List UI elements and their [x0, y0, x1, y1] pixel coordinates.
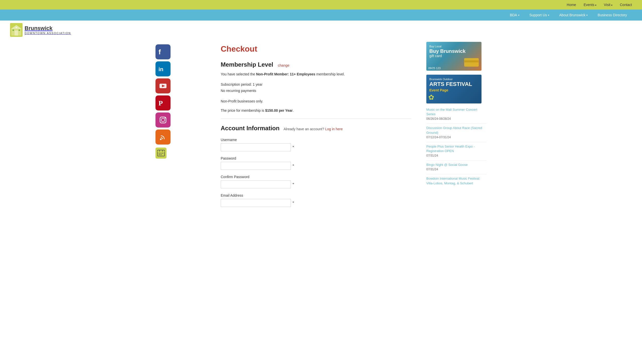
- confirm-password-input[interactable]: [221, 180, 291, 188]
- svg-rect-5: [19, 30, 20, 31]
- logo-link[interactable]: Brunswick DOWNTOWN ASSOCIATION: [10, 23, 71, 37]
- events-list: Music on the Mall Summer Concert Series …: [426, 107, 487, 186]
- buy-local-footer: 09/25 123: [428, 67, 441, 70]
- svg-point-6: [16, 27, 17, 28]
- username-input[interactable]: [221, 143, 291, 151]
- email-group: Email Address *: [221, 193, 411, 207]
- event-title-link-4[interactable]: Bingo Night @ Social Goose: [426, 163, 487, 167]
- event-title-link-3[interactable]: People Plus Senior Health Expo - Registr…: [426, 144, 487, 153]
- right-sidebar-inner: Buy Local Buy Brunswick gift card 09/25 …: [426, 39, 487, 186]
- main-content: Checkout Membership Level change You hav…: [221, 39, 416, 212]
- event-divider-1: [426, 124, 487, 124]
- event-title-link-2[interactable]: Discussion Group About Race (Sacred Grou…: [426, 126, 487, 135]
- svg-rect-22: [162, 153, 163, 154]
- social-sidebar: f in P: [155, 39, 211, 212]
- event-divider-3: [426, 160, 487, 161]
- svg-rect-17: [157, 151, 165, 152]
- logo-text: Brunswick DOWNTOWN ASSOCIATION: [25, 25, 71, 34]
- pinterest-icon[interactable]: P: [155, 95, 171, 110]
- password-input-row: *: [221, 162, 411, 170]
- event-date-4: 07/31/24: [426, 168, 487, 171]
- username-required: *: [292, 145, 294, 149]
- password-input[interactable]: [221, 162, 291, 170]
- svg-rect-21: [160, 153, 162, 154]
- facebook-icon[interactable]: f: [155, 44, 171, 59]
- membership-description: You have selected the Non-Profit Member:…: [221, 71, 411, 77]
- event-date-1: 06/26/24-08/28/24: [426, 117, 487, 120]
- calendar-icon[interactable]: [155, 148, 167, 159]
- event-item-3: People Plus Senior Health Expo - Registr…: [426, 144, 487, 157]
- email-input[interactable]: [221, 199, 291, 207]
- section-divider: [221, 118, 411, 119]
- membership-section: Membership Level change You have selecte…: [221, 61, 411, 112]
- confirm-password-required: *: [292, 182, 294, 186]
- secondary-navigation: BDA ▾ Support Us ▾ About Brunswick ▾ Bus…: [0, 10, 642, 21]
- arts-festival-title: ARTS FESTIVAL: [429, 81, 478, 87]
- svg-rect-4: [13, 30, 14, 31]
- event-item-5: Bowdoin International Music Festival: Vi…: [426, 176, 487, 185]
- account-login-text: Already have an account? Log in here: [284, 127, 343, 131]
- account-heading: Account Information: [221, 125, 280, 132]
- support-arrow-icon: ▾: [548, 14, 549, 17]
- event-title-link-5[interactable]: Bowdoin International Music Festival: Vi…: [426, 176, 487, 185]
- arts-event-page: Event Page: [429, 88, 478, 92]
- buy-brunswick-title: Buy Brunswick: [429, 48, 478, 54]
- arts-flower-icon: ✿: [428, 93, 434, 101]
- svg-point-15: [160, 139, 162, 140]
- event-divider-4: [426, 174, 487, 174]
- linkedin-icon[interactable]: in: [155, 61, 171, 76]
- event-item-2: Discussion Group About Race (Sacred Grou…: [426, 126, 487, 139]
- nav-events[interactable]: Events: [584, 3, 596, 7]
- arts-festival-banner[interactable]: Brunswick Outdoor ARTS FESTIVAL Event Pa…: [426, 75, 482, 103]
- top-navigation: Home Events Visit Contact: [0, 0, 642, 10]
- page-title: Checkout: [221, 44, 411, 54]
- change-membership-link[interactable]: change: [278, 63, 289, 67]
- svg-text:f: f: [158, 48, 161, 56]
- svg-point-13: [161, 118, 165, 122]
- gift-card-subtitle: gift card: [429, 54, 478, 58]
- event-item-1: Music on the Mall Summer Concert Series …: [426, 107, 487, 120]
- nav-contact[interactable]: Contact: [620, 3, 632, 7]
- confirm-password-label: Confirm Password: [221, 175, 411, 179]
- password-required: *: [292, 164, 294, 168]
- nav-support-us[interactable]: Support Us ▾: [524, 10, 554, 21]
- buy-local-label: Buy Local: [429, 45, 478, 48]
- price-info: The price for membership is $150.00 per …: [221, 108, 411, 112]
- username-label: Username: [221, 138, 411, 142]
- logo-icon: [10, 23, 23, 37]
- buy-brunswick-banner[interactable]: Buy Local Buy Brunswick gift card 09/25 …: [426, 42, 482, 71]
- svg-rect-20: [159, 153, 160, 154]
- arts-outdoor-label: Brunswick Outdoor: [429, 78, 478, 81]
- nav-visit[interactable]: Visit: [604, 3, 612, 7]
- right-sidebar: Buy Local Buy Brunswick gift card 09/25 …: [426, 39, 487, 212]
- svg-rect-24: [160, 154, 162, 155]
- confirm-password-group: Confirm Password *: [221, 175, 411, 188]
- email-label: Email Address: [221, 193, 411, 197]
- nav-home[interactable]: Home: [567, 3, 576, 7]
- event-title-link-1[interactable]: Music on the Mall Summer Concert Series: [426, 107, 487, 116]
- email-required: *: [292, 201, 294, 205]
- instagram-icon[interactable]: [155, 112, 171, 128]
- svg-text:in: in: [158, 66, 164, 72]
- event-date-2: 07/12/24-07/31/24: [426, 136, 487, 139]
- membership-heading: Membership Level change: [221, 61, 411, 68]
- password-group: Password *: [221, 156, 411, 170]
- nav-about-brunswick[interactable]: About Brunswick ▾: [554, 10, 593, 21]
- svg-rect-26: [464, 60, 478, 62]
- confirm-password-input-row: *: [221, 180, 411, 188]
- password-label: Password: [221, 156, 411, 160]
- svg-rect-23: [159, 154, 160, 155]
- rss-icon[interactable]: [155, 130, 171, 145]
- bda-arrow-icon: ▾: [518, 14, 519, 17]
- nav-business-directory[interactable]: Business Directory: [593, 10, 632, 21]
- nonprofit-note: Non-Profit businesses only.: [221, 98, 411, 104]
- event-divider-2: [426, 142, 487, 142]
- login-link[interactable]: Log in here: [325, 127, 343, 131]
- account-section: Account Information Already have an acco…: [221, 125, 411, 207]
- about-arrow-icon: ▾: [586, 14, 588, 17]
- nav-bda[interactable]: BDA ▾: [505, 10, 524, 21]
- event-date-3: 07/31/24: [426, 154, 487, 157]
- youtube-icon[interactable]: [155, 78, 171, 93]
- username-input-row: *: [221, 143, 411, 151]
- subscription-info: Subscription period: 1 year No recurring…: [221, 81, 411, 94]
